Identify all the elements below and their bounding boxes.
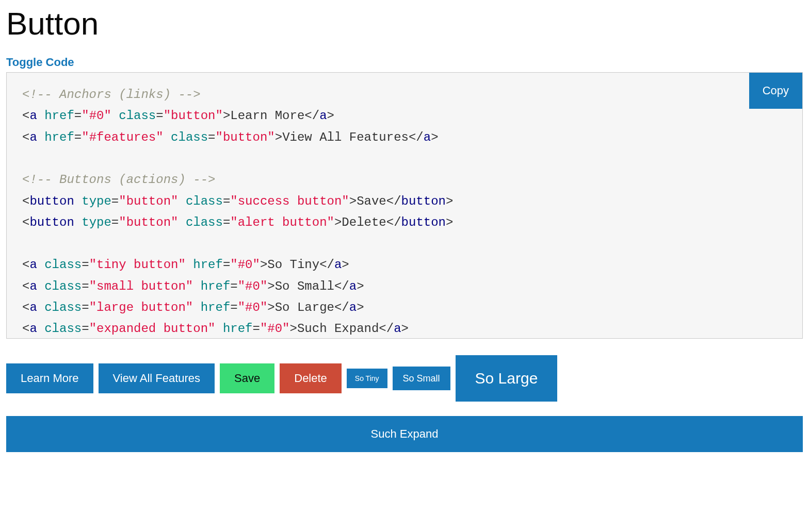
toggle-code-link[interactable]: Toggle Code: [6, 56, 74, 69]
button-demo-row: Learn More View All Features Save Delete…: [6, 355, 803, 402]
learn-more-button[interactable]: Learn More: [6, 363, 93, 393]
code-line: <a href="#features" class="button">View …: [22, 127, 787, 148]
large-button[interactable]: So Large: [456, 355, 558, 402]
expanded-button[interactable]: Such Expand: [6, 416, 803, 452]
copy-button[interactable]: Copy: [749, 73, 802, 109]
tiny-button[interactable]: So Tiny: [347, 369, 387, 388]
code-line: <!-- Anchors (links) -->: [22, 84, 787, 105]
delete-button[interactable]: Delete: [280, 363, 342, 393]
code-line: <button type="button" class="success but…: [22, 191, 787, 212]
code-block: Copy <!-- Anchors (links) --> <a href="#…: [6, 72, 803, 339]
code-blank-line: [22, 148, 787, 169]
code-line: <a class="large button" href="#0">So Lar…: [22, 297, 787, 318]
code-line: <a href="#0" class="button">Learn More</…: [22, 105, 787, 126]
code-line: <button type="button" class="alert butto…: [22, 212, 787, 233]
save-button[interactable]: Save: [220, 363, 274, 393]
code-line: <a class="small button" href="#0">So Sma…: [22, 276, 787, 297]
page-title: Button: [6, 6, 803, 41]
code-line: <a class="tiny button" href="#0">So Tiny…: [22, 254, 787, 275]
code-line: <!-- Buttons (actions) -->: [22, 169, 787, 190]
code-line: <a class="expanded button" href="#0">Suc…: [22, 318, 787, 339]
view-all-features-button[interactable]: View All Features: [99, 363, 215, 393]
small-button[interactable]: So Small: [393, 367, 450, 390]
code-blank-line: [22, 233, 787, 254]
